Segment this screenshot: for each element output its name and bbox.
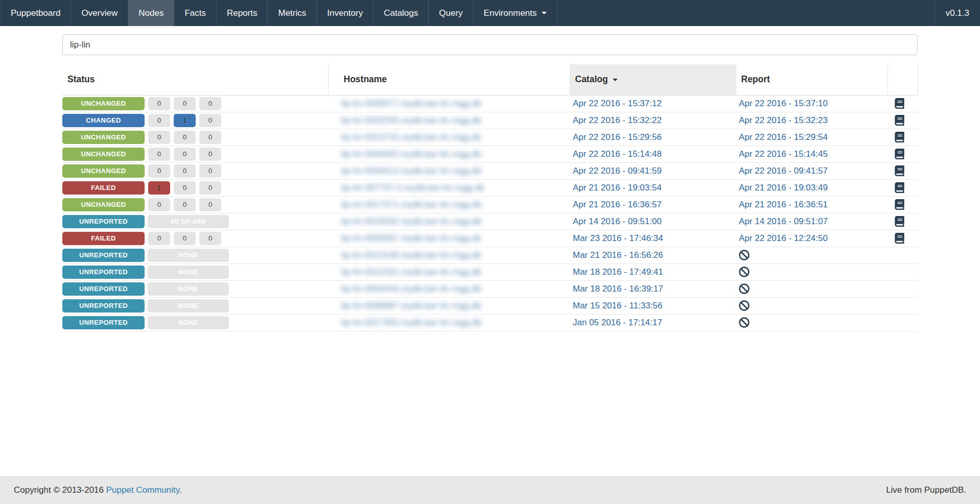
catalog-timestamp-link[interactable]: Apr 21 2016 - 19:03:54 [573,183,662,193]
status-detail-pill: NONE [148,316,229,329]
metric-count-pill: 0 [174,181,196,195]
report-timestamp-link[interactable]: Apr 22 2016 - 15:29:54 [739,132,828,142]
report-cell: Apr 22 2016 - 09:41:57 [736,162,888,179]
catalog-timestamp-link[interactable]: Apr 22 2016 - 15:37:12 [573,99,662,108]
metric-count-pill: 1 [174,114,196,127]
nav-link-environments[interactable]: Environments [474,0,557,26]
nav-link-catalogs[interactable]: Catalogs [374,0,428,26]
nav-link-puppetboard[interactable]: Puppetboard [1,0,71,26]
column-header-catalog-sorted[interactable]: Catalog [570,64,736,95]
hostname-link-redacted[interactable]: lip-lin-0017471.mydb.bar-lin.rngg.db [341,200,481,209]
hostname-cell: lip-lin-0017471.mydb.bar-lin.rngg.db [328,196,570,213]
catalog-timestamp-link[interactable]: Mar 18 2016 - 16:39:17 [573,284,663,294]
puppet-community-link[interactable]: Puppet Community [106,485,179,495]
report-cell [736,297,888,314]
catalog-cell: Jan 05 2016 - 17:14:17 [570,314,736,331]
catalog-timestamp-link[interactable]: Mar 15 2016 - 11:33:56 [573,301,662,310]
catalog-timestamp-link[interactable]: Apr 14 2016 - 09:51:00 [573,217,662,226]
hostname-cell: lip-lin-0000042.mydb.bar-lin.rngg.db [328,146,570,162]
hostname-link-redacted[interactable]: lip-lin-0002245.mydb.bar-lin.rngg.db [341,116,481,125]
table-header-row: Status Hostname Catalog Report [62,64,918,95]
search-wrapper [62,34,918,55]
catalog-timestamp-link[interactable]: Apr 22 2016 - 09:41:59 [573,166,662,176]
report-book-icon[interactable] [895,182,904,193]
metric-count-pill: 0 [148,148,170,161]
metric-count-pill: 0 [174,232,196,245]
catalog-timestamp-link[interactable]: Apr 21 2016 - 16:36:57 [573,200,662,209]
nav-link-nodes[interactable]: Nodes [128,0,174,26]
column-header-report[interactable]: Report [736,64,888,95]
catalog-cell: Apr 22 2016 - 15:37:12 [570,95,736,112]
hostname-link-redacted[interactable]: lip-lin-0024592.mydb.bar-lin.rngg.db [341,217,481,226]
hostname-cell: lip-lin-0000077.mydb.bar-lin.rngg.db [328,95,570,112]
hostname-link-redacted[interactable]: lip-lin-0000042.mydb.bar-lin.rngg.db [341,150,481,158]
report-book-icon[interactable] [895,149,904,159]
catalog-timestamp-link[interactable]: Mar 23 2016 - 17:46:34 [573,233,663,243]
report-book-icon[interactable] [895,98,904,109]
catalog-cell: Apr 21 2016 - 19:03:54 [570,179,736,196]
nav-link-overview[interactable]: Overview [71,0,128,26]
report-timestamp-link[interactable]: Apr 22 2016 - 15:14:45 [739,149,828,159]
status-badge: UNREPORTED [62,266,145,279]
report-cell: Apr 22 2016 - 15:14:45 [736,146,888,162]
metric-count-pill: 0 [174,198,196,211]
nav-link-reports[interactable]: Reports [217,0,268,26]
hostname-link-redacted[interactable]: lip-lin-007747-2.mydb.bar-lin.rngg.db [341,183,484,192]
report-book-icon[interactable] [895,216,904,227]
hostname-link-redacted[interactable]: lip-lin-0012161.mydb.bar-lin.rngg.db [341,268,481,276]
catalog-cell: Apr 21 2016 - 16:36:57 [570,196,736,213]
column-header-hostname[interactable]: Hostname [328,64,570,95]
hostname-cell: lip-lin-0017352.mydb.bar-lin.rngg.db [328,314,570,331]
status-cell: UNCHANGED000 [62,162,328,179]
hostname-link-redacted[interactable]: lip-lin-0013146.mydb.bar-lin.rngg.db [341,251,481,259]
report-timestamp-link[interactable]: Apr 14 2016 - 09:51:07 [739,217,828,226]
metric-count-pill: 0 [174,148,196,161]
catalog-cell: Mar 18 2016 - 17:49:41 [570,263,736,280]
report-book-icon[interactable] [895,199,904,210]
copyright-period: . [179,485,182,495]
table-row: UNCHANGED000lip-lin-0013715.mydb.bar-lin… [62,129,918,146]
nav-link-facts[interactable]: Facts [174,0,216,26]
report-timestamp-link[interactable]: Apr 22 2016 - 12:24:50 [739,233,828,243]
hostname-link-redacted[interactable]: lip-lin-0004412.mydb.bar-lin.rngg.db [341,166,481,175]
nav-link-inventory[interactable]: Inventory [317,0,373,26]
status-cell: UNREPORTEDNONE [62,314,328,331]
report-book-icon[interactable] [895,132,904,142]
hostname-link-redacted[interactable]: lip-lin-0000097.mydb.bar-lin.rngg.db [341,234,481,243]
node-search-input[interactable] [62,34,918,55]
column-header-status[interactable]: Status [62,64,328,95]
catalog-timestamp-link[interactable]: Mar 18 2016 - 17:49:41 [573,267,663,277]
report-icon-cell [888,146,918,162]
catalog-timestamp-link[interactable]: Apr 22 2016 - 15:29:56 [573,132,662,142]
report-timestamp-link[interactable]: Apr 21 2016 - 16:36:51 [739,200,828,209]
report-timestamp-link[interactable]: Apr 22 2016 - 15:32:23 [739,115,828,125]
report-icon-cell [888,95,918,112]
catalog-timestamp-link[interactable]: Apr 22 2016 - 15:14:48 [573,149,662,159]
hostname-cell: lip-lin-007747-2.mydb.bar-lin.rngg.db [328,179,570,196]
report-book-icon[interactable] [895,165,904,176]
metric-count-pill: 0 [199,114,221,127]
hostname-link-redacted[interactable]: lip-lin-0099887.mydb.bar-lin.rngg.db [341,301,481,310]
column-header-actions [888,64,918,95]
hostname-link-redacted[interactable]: lip-lin-0000077.mydb.bar-lin.rngg.db [341,99,481,108]
catalog-cell: Apr 22 2016 - 15:32:22 [570,112,736,129]
report-icon-cell [888,129,918,146]
hostname-link-redacted[interactable]: lip-lin-0017352.mydb.bar-lin.rngg.db [341,318,481,327]
report-timestamp-link[interactable]: Apr 22 2016 - 15:37:10 [739,99,828,108]
nav-link-query[interactable]: Query [429,0,473,26]
report-timestamp-link[interactable]: Apr 21 2016 - 19:03:49 [739,183,828,193]
report-book-icon[interactable] [895,233,904,244]
report-timestamp-link[interactable]: Apr 22 2016 - 09:41:57 [739,166,828,176]
hostname-link-redacted[interactable]: lip-lin-0004416.mydb.bar-lin.rngg.db [341,284,481,293]
report-book-icon[interactable] [895,115,904,126]
report-cell [736,263,888,280]
catalog-timestamp-link[interactable]: Mar 21 2016 - 16:56:26 [573,250,663,260]
hostname-link-redacted[interactable]: lip-lin-0013715.mydb.bar-lin.rngg.db [341,133,481,141]
report-cell: Apr 22 2016 - 15:32:23 [736,112,888,129]
status-cell: UNCHANGED000 [62,146,328,162]
report-icon-cell [888,213,918,230]
nav-link-metrics[interactable]: Metrics [268,0,316,26]
catalog-timestamp-link[interactable]: Jan 05 2016 - 17:14:17 [573,318,662,327]
report-header-label: Report [741,74,770,84]
catalog-timestamp-link[interactable]: Apr 22 2016 - 15:32:22 [573,115,662,125]
